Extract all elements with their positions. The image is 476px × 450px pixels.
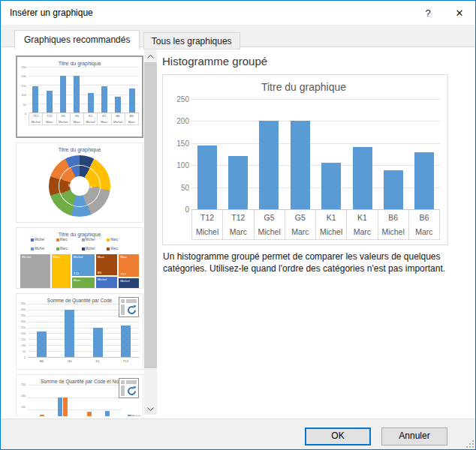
treemap-chart: MichelG5MarcG5MichelT12MarcK1MarcB6Miche… [20,254,140,290]
tab-strip: Graphiques recommandés Tous les graphiqu… [1,25,475,47]
thumbnail-chart-title: Titre du graphique [20,59,139,67]
doughnut-chart: Michel Marc [20,153,140,219]
mini-plot-area [28,385,122,416]
ok-button[interactable]: OK [305,428,371,446]
pivotchart-icon [119,378,139,398]
scrollbar-thumb[interactable] [144,62,157,368]
thumbnail-chart-title: Titre du graphique [20,146,140,153]
doughnut-inner-ring [59,166,100,206]
thumbnail-pivot-clustered[interactable]: Somme de Quantité par Code et No 2502001… [16,374,143,416]
tab-all-charts[interactable]: Tous les graphiques [143,32,240,50]
scrollbar-up-icon[interactable] [144,50,157,62]
thumbnail-clustered-column[interactable]: Titre du graphique 250200150100500 T12Mi… [16,56,143,138]
doughnut-label: Marc [68,184,76,188]
chart-thumbnail-list: Titre du graphique 250200150100500 T12Mi… [16,56,143,416]
close-icon[interactable]: ✕ [444,1,475,25]
cancel-button[interactable]: Annuler [381,428,447,446]
tab-recommended-charts[interactable]: Graphiques recommandés [14,30,140,50]
doughnut-label: Michel [83,185,92,189]
refresh-arrow-icon [126,304,137,316]
dialog-footer: OK Annuler [1,418,475,449]
mini-chart: 250200150100500 T12MichelT12MarcG5Michel… [20,67,139,125]
chart-description: Un histogramme groupé permet de comparer… [163,251,465,275]
plot-area [191,99,440,210]
titlebar-buttons: ? ✕ [412,1,475,25]
pivotchart-icon [119,297,139,317]
dialog-title: Insérer un graphique [10,8,93,18]
doughnut-outer-ring: Michel Marc [49,155,110,217]
series-legend: MichelMarc [128,414,140,416]
recommended-charts-page: Titre du graphique 250200150100500 T12Mi… [1,47,475,418]
mini-x-axis: B6G5K1T12 [28,358,140,364]
thumbnail-doughnut[interactable]: Titre du graphique Michel Marc [16,142,143,223]
mini-x-axis: T12MichelT12MarcG5MichelG5MarcK1MichelK1… [29,113,139,125]
mini-y-axis: 250200150100500 [20,67,29,113]
treemap-legend: MichelMarcMichelMarcMichelMarcMichelMarc [20,238,140,252]
title-bar: Insérer un graphique ? ✕ [1,1,475,25]
y-axis-labels: 250200150100500 [167,99,191,209]
mini-y-axis: 250200150100500 [20,385,28,416]
mini-plot-area [29,67,139,113]
thumbnail-pivot-column[interactable]: Somme de Quantité par Code 4504003503002… [16,293,143,370]
thumbnail-chart-title: Titre du graphique [20,230,140,238]
chart-preview: Titre du graphique 250200150100500 T12Mi… [162,74,448,245]
selected-chart-heading: Histogramme groupé [162,55,267,68]
insert-chart-dialog: Insérer un graphique ? ✕ Graphiques reco… [0,0,476,450]
chart-title: Titre du graphique [167,78,440,99]
help-icon[interactable]: ? [412,1,444,25]
scrollbar-down-icon[interactable] [144,403,157,415]
thumbnail-treemap[interactable]: Titre du graphique MichelMarcMichelMarcM… [16,227,143,289]
thumbnail-scrollbar[interactable] [144,50,157,415]
refresh-arrow-icon [126,386,137,397]
x-axis-labels: T12MichelT12MarcG5MichelG5MarcK1MichelK1… [191,210,440,240]
resize-grip-icon[interactable] [466,440,474,448]
mini-y-axis: 450400350300250200150100500 [20,304,28,358]
